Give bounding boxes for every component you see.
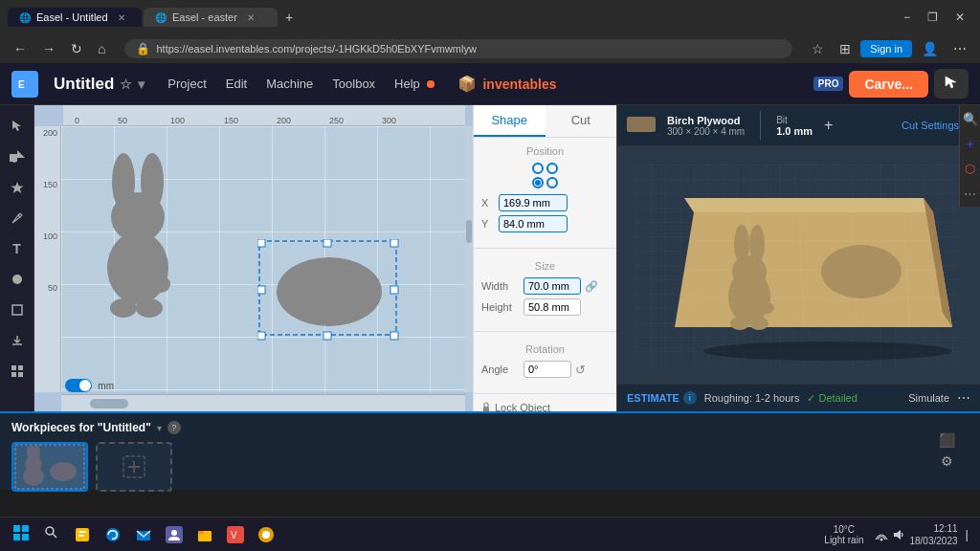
estimate-info-icon[interactable]: i bbox=[683, 391, 697, 405]
tab-shape[interactable]: Shape bbox=[474, 105, 546, 137]
bottom-panel: Workpieces for "Untitled" ▾ ? bbox=[0, 411, 980, 490]
address-bar[interactable]: 🔒 https://easel.inventables.com/projects… bbox=[124, 39, 792, 58]
tool-star[interactable] bbox=[4, 174, 31, 201]
profile-button[interactable]: 👤 bbox=[916, 39, 944, 58]
taskbar-icon-app1[interactable]: V bbox=[222, 521, 249, 548]
tool-shapes[interactable] bbox=[4, 143, 31, 170]
unit-toggle-switch[interactable] bbox=[65, 379, 92, 392]
svg-text:E: E bbox=[18, 79, 25, 90]
tool-pointer[interactable] bbox=[4, 113, 31, 140]
angle-input[interactable] bbox=[523, 361, 571, 378]
tab-cut[interactable]: Cut bbox=[546, 105, 617, 137]
add-material-button[interactable]: + bbox=[824, 117, 833, 134]
ruler-y-200: 200 bbox=[43, 128, 57, 138]
bit-value: 1.0 mm bbox=[776, 125, 813, 137]
menu-edit[interactable]: Edit bbox=[218, 73, 255, 95]
svg-point-51 bbox=[749, 317, 768, 330]
taskbar-icon-teams[interactable] bbox=[161, 521, 188, 548]
workpiece-add-button[interactable] bbox=[96, 442, 172, 492]
cursor-button[interactable] bbox=[934, 69, 969, 99]
svg-marker-36 bbox=[684, 198, 933, 212]
reload-button[interactable]: ↻ bbox=[65, 39, 88, 58]
simulate-button[interactable]: Simulate bbox=[908, 392, 949, 404]
browser-tab-easter[interactable]: 🌐 Easel - easter ✕ bbox=[144, 8, 278, 27]
sign-in-button[interactable]: Sign in bbox=[860, 40, 912, 57]
taskbar-icon-explorer[interactable] bbox=[191, 521, 218, 548]
browser-tab-untitled[interactable]: 🌐 Easel - Untitled ✕ bbox=[8, 8, 142, 27]
forward-button[interactable]: → bbox=[36, 39, 61, 58]
oval-shape[interactable] bbox=[257, 239, 401, 344]
bunny-shape[interactable] bbox=[90, 145, 186, 337]
extensions-button[interactable]: ⊞ bbox=[834, 39, 857, 58]
svg-point-74 bbox=[171, 530, 177, 536]
y-input[interactable] bbox=[499, 215, 568, 232]
maximize-button[interactable]: ❐ bbox=[920, 9, 946, 26]
settings-icon-button[interactable]: ⚙ bbox=[939, 453, 955, 469]
position-radio-tl[interactable] bbox=[532, 163, 544, 174]
carve-button[interactable]: Carve... bbox=[849, 71, 928, 98]
tool-pen[interactable] bbox=[4, 205, 31, 231]
browser-chrome: 🌐 Easel - Untitled ✕ 🌐 Easel - easter ✕ … bbox=[0, 0, 980, 34]
tab-close-easter[interactable]: ✕ bbox=[247, 12, 255, 23]
tool-grid[interactable] bbox=[4, 358, 31, 385]
menu-help[interactable]: Help bbox=[387, 73, 442, 95]
workpieces-caret[interactable]: ▾ bbox=[157, 423, 162, 433]
new-tab-button[interactable]: + bbox=[279, 8, 299, 27]
workpiece-item-1[interactable] bbox=[11, 442, 88, 492]
more-options-button[interactable]: ⋯ bbox=[947, 39, 972, 58]
ext-office-icon[interactable]: ⬡ bbox=[961, 159, 980, 178]
tab-close-untitled[interactable]: ✕ bbox=[118, 12, 125, 23]
position-radio-br[interactable] bbox=[546, 177, 558, 188]
width-input[interactable] bbox=[523, 277, 581, 295]
svg-point-17 bbox=[107, 231, 168, 304]
y-label: Y bbox=[481, 218, 495, 230]
bookmark-button[interactable]: ☆ bbox=[806, 39, 830, 58]
close-button[interactable]: ✕ bbox=[947, 9, 972, 26]
minimize-button[interactable]: − bbox=[896, 9, 918, 26]
show-desktop-button[interactable]: | bbox=[962, 525, 972, 543]
app-header: E Untitled ☆ ▾ Project Edit Machine Tool… bbox=[0, 63, 980, 105]
ext-extra-icon[interactable]: ⋯ bbox=[961, 184, 980, 203]
taskbar-icon-files[interactable] bbox=[69, 521, 96, 548]
taskbar-icon-app2[interactable] bbox=[253, 521, 279, 548]
x-input[interactable] bbox=[499, 194, 568, 211]
menu-project[interactable]: Project bbox=[160, 73, 213, 95]
title-caret-icon[interactable]: ▾ bbox=[138, 77, 145, 92]
preview-canvas[interactable] bbox=[617, 146, 980, 384]
svg-point-19 bbox=[110, 298, 137, 318]
workpieces-info-icon[interactable]: ? bbox=[167, 421, 181, 434]
tool-import[interactable] bbox=[4, 327, 31, 354]
ext-search-icon[interactable]: 🔍 bbox=[961, 109, 980, 128]
svg-rect-29 bbox=[390, 332, 398, 340]
panel-expand-button[interactable]: ⬛ bbox=[939, 432, 955, 448]
svg-point-48 bbox=[728, 270, 770, 323]
home-button[interactable]: ⌂ bbox=[92, 39, 111, 58]
start-button[interactable] bbox=[8, 523, 34, 546]
canvas-area[interactable]: 0 50 100 150 200 250 300 200 150 100 50 bbox=[34, 105, 473, 411]
ruler-x-300: 300 bbox=[382, 116, 396, 125]
ext-plus-icon[interactable]: + bbox=[961, 134, 980, 153]
menu-toolbox[interactable]: Toolbox bbox=[324, 73, 383, 95]
date-display: 18/03/2023 bbox=[909, 535, 957, 547]
tool-box[interactable] bbox=[4, 297, 31, 323]
back-button[interactable]: ← bbox=[8, 39, 33, 58]
position-radio-bl[interactable] bbox=[532, 177, 544, 188]
svg-rect-63 bbox=[22, 525, 29, 532]
menu-machine[interactable]: Machine bbox=[258, 73, 321, 95]
taskbar-icon-edge[interactable] bbox=[100, 521, 126, 548]
height-input[interactable] bbox=[523, 298, 581, 316]
x-label: X bbox=[481, 197, 495, 209]
svg-point-34 bbox=[703, 342, 952, 361]
tool-apps[interactable] bbox=[4, 266, 31, 293]
rotation-title: Rotation bbox=[481, 343, 609, 355]
more-options-preview[interactable]: ⋯ bbox=[957, 390, 970, 406]
tool-text[interactable]: T bbox=[4, 235, 31, 262]
estimate-badge: ESTIMATE i bbox=[627, 391, 697, 405]
link-icon: 🔗 bbox=[585, 280, 598, 293]
svg-rect-26 bbox=[390, 286, 398, 294]
taskbar-search-button[interactable] bbox=[38, 523, 65, 545]
position-radio-tr[interactable] bbox=[546, 163, 558, 174]
star-icon[interactable]: ☆ bbox=[120, 77, 132, 92]
taskbar-icon-mail[interactable] bbox=[130, 521, 157, 548]
reset-rotation-button[interactable]: ↺ bbox=[575, 363, 586, 377]
